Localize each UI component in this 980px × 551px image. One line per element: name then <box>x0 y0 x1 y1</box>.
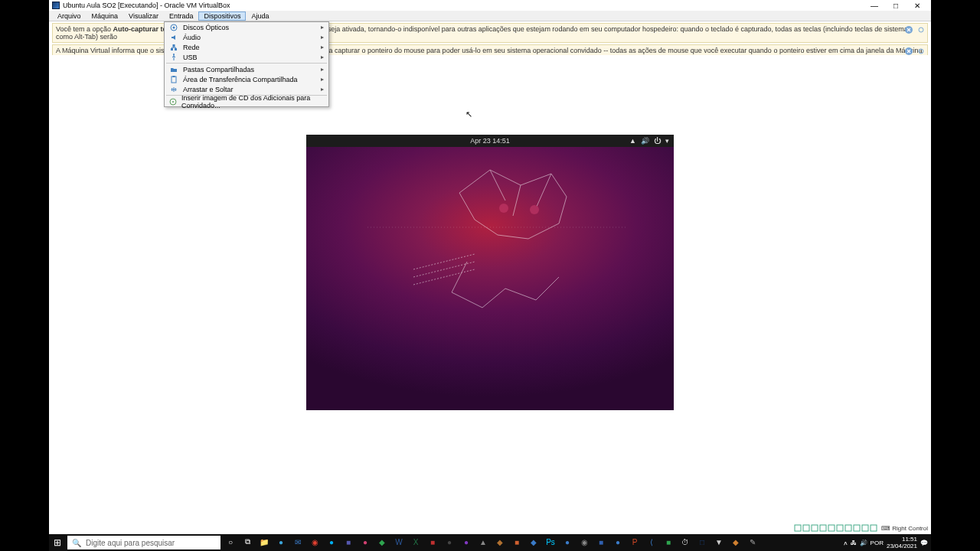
taskbar-app8-icon[interactable]: ■ <box>509 536 524 549</box>
status-audio-icon[interactable] <box>811 524 818 532</box>
status-net-icon[interactable] <box>819 524 827 532</box>
taskbar-obs-icon[interactable]: ◉ <box>577 536 592 549</box>
taskbar-app2-icon[interactable]: ◆ <box>374 536 390 549</box>
menu-item-arrastar-e-soltar[interactable]: Arrastar e Soltar▸ <box>165 84 328 94</box>
taskbar-excel-icon[interactable]: X <box>408 536 423 549</box>
svg-point-16 <box>173 26 175 28</box>
status-rec-icon[interactable] <box>861 524 869 532</box>
focal-fossa-art <box>368 155 628 338</box>
taskbar-word-icon[interactable]: W <box>391 536 407 549</box>
taskbar-app15-icon[interactable]: ▼ <box>711 536 727 549</box>
power-icon[interactable]: ⏻ <box>654 137 661 145</box>
volume-icon[interactable]: 🔊 <box>641 137 649 145</box>
svg-rect-9 <box>828 525 835 531</box>
submenu-arrow-icon: ▸ <box>321 34 324 41</box>
svg-rect-6 <box>803 525 809 531</box>
menu-item-discos-pticos[interactable]: Discos Ópticos▸ <box>165 22 328 32</box>
status-disc-icon[interactable] <box>802 524 810 532</box>
info-dismiss-icon[interactable] <box>904 25 913 34</box>
menu-item-pastas-compartilhadas[interactable]: Pastas Compartilhadas▸ <box>165 64 328 74</box>
ubuntu-topbar[interactable]: Apr 23 14:51 ▲ 🔊 ⏻ ▾ <box>306 135 674 147</box>
taskbar-vscode-icon[interactable]: ⟨ <box>644 536 659 549</box>
taskbar-app5-icon[interactable]: ● <box>459 536 474 549</box>
menu-arquivo[interactable]: Arquivo <box>52 12 87 20</box>
menubar[interactable]: ArquivoMáquinaVisualizarEntradaDispositi… <box>49 11 931 21</box>
windows-taskbar[interactable]: ⊞ 🔍 Digite aqui para pesquisar ○⧉📁●✉◉●■●… <box>49 534 931 551</box>
taskbar-cortana-icon[interactable]: ○ <box>223 536 238 549</box>
taskbar-app11-icon[interactable]: ■ <box>593 536 609 549</box>
menu-item-rede[interactable]: Rede▸ <box>165 42 328 52</box>
status-power-icon[interactable] <box>870 524 877 532</box>
taskbar-app10-icon[interactable]: ● <box>560 536 575 549</box>
ubuntu-clock[interactable]: Apr 23 14:51 <box>470 137 510 145</box>
info-link-icon[interactable] <box>916 25 926 34</box>
guest-display[interactable]: Apr 23 14:51 ▲ 🔊 ⏻ ▾ <box>306 135 674 410</box>
taskbar-app7-icon[interactable]: ◆ <box>492 536 508 549</box>
menu-dispositivos[interactable]: Dispositivos <box>198 11 246 21</box>
status-hd-icon[interactable] <box>794 524 802 532</box>
svg-rect-11 <box>845 525 851 531</box>
tray-clock[interactable]: 11:51 23/04/2021 <box>887 536 917 549</box>
taskbar-taskview-icon[interactable]: ⧉ <box>240 536 255 549</box>
taskbar-app13-icon[interactable]: ■ <box>661 536 676 549</box>
status-usb-icon[interactable] <box>828 524 835 532</box>
tray-network-icon[interactable]: 🖧 <box>851 540 857 546</box>
menu-item-inserir-imagem-de-cd-dos-adicionais-para-convidado[interactable]: Inserir imagem de CD dos Adicionais para… <box>165 96 328 106</box>
menu-item-rea-de-transfer-ncia-compartilhada[interactable]: Área de Transferência Compartilhada▸ <box>165 74 328 84</box>
dispositivos-menu[interactable]: Discos Ópticos▸Áudio▸Rede▸USB▸Pastas Com… <box>164 21 329 107</box>
tray-overflow-icon[interactable]: ᴧ <box>844 540 848 546</box>
taskbar-chrome-icon[interactable]: ◉ <box>307 536 322 549</box>
taskbar-app1-icon[interactable]: ● <box>358 536 373 549</box>
taskbar-app4-icon[interactable]: ● <box>442 536 457 549</box>
close-button[interactable]: ✕ <box>906 2 928 10</box>
ubuntu-tray[interactable]: ▲ 🔊 ⏻ ▾ <box>629 137 669 145</box>
status-cam-icon[interactable] <box>853 524 861 532</box>
menu-máquina[interactable]: Máquina <box>87 12 124 20</box>
status-clip-icon[interactable] <box>844 524 852 532</box>
status-folder-icon[interactable] <box>836 524 844 532</box>
submenu-arrow-icon: ▸ <box>321 76 324 83</box>
taskbar-skype-icon[interactable]: ● <box>324 536 339 549</box>
maximize-button[interactable]: □ <box>885 2 906 10</box>
network-icon[interactable]: ▲ <box>629 137 636 145</box>
disc-icon <box>169 24 178 31</box>
menu-ajuda[interactable]: Ajuda <box>246 12 274 20</box>
svg-rect-8 <box>820 525 826 531</box>
cd-insert-icon <box>169 98 177 106</box>
svg-rect-19 <box>173 44 175 47</box>
minimize-button[interactable]: — <box>864 2 885 10</box>
taskbar-edge-icon[interactable]: ● <box>273 536 289 549</box>
taskbar-app9-icon[interactable]: ◆ <box>526 536 541 549</box>
menu-item-udio[interactable]: Áudio▸ <box>165 32 328 42</box>
svg-rect-18 <box>175 48 177 51</box>
taskbar-apps[interactable]: ○⧉📁●✉◉●■●◆WX■●●▲◆■◆Ps●◉■●P⟨■⏱□▼◆✎ <box>222 534 761 551</box>
taskbar-app6-icon[interactable]: ▲ <box>475 536 491 549</box>
menu-item-usb[interactable]: USB▸ <box>165 52 328 62</box>
taskbar-photoshop-icon[interactable]: Ps <box>543 536 558 549</box>
menu-visualizar[interactable]: Visualizar <box>123 12 164 20</box>
start-button[interactable]: ⊞ <box>49 534 66 551</box>
usb-icon <box>169 54 178 61</box>
tray-notifications-icon[interactable]: 💬 <box>920 540 928 546</box>
menu-entrada[interactable]: Entrada <box>164 12 199 20</box>
submenu-arrow-icon: ▸ <box>321 44 324 51</box>
taskbar-powerpoint-icon[interactable]: P <box>627 536 642 549</box>
chevron-down-icon[interactable]: ▾ <box>665 137 669 145</box>
menu-item-label: Inserir imagem de CD dos Adicionais para… <box>181 94 324 109</box>
taskbar-explorer-icon[interactable]: 📁 <box>256 536 272 549</box>
system-tray[interactable]: ᴧ 🖧 🔊 POR 11:51 23/04/2021 💬 <box>844 534 931 551</box>
taskbar-app16-icon[interactable]: ◆ <box>728 536 743 549</box>
menu-item-label: Discos Ópticos <box>183 24 229 31</box>
tray-volume-icon[interactable]: 🔊 <box>860 540 867 546</box>
taskbar-app14-icon[interactable]: ⏱ <box>678 536 693 549</box>
host-key-icon: ⌨ <box>881 525 892 532</box>
tray-language[interactable]: POR <box>871 540 884 546</box>
taskbar-mail-icon[interactable]: ✉ <box>290 536 305 549</box>
search-box[interactable]: 🔍 Digite aqui para pesquisar <box>67 536 220 549</box>
taskbar-app3-icon[interactable]: ■ <box>425 536 440 549</box>
titlebar[interactable]: Ubuntu Aula SO2 [Executando] - Oracle VM… <box>49 0 931 11</box>
taskbar-teams-icon[interactable]: ■ <box>341 536 356 549</box>
taskbar-app12-icon[interactable]: ● <box>610 536 626 549</box>
taskbar-virtualbox-icon[interactable]: □ <box>694 536 710 549</box>
taskbar-app17-icon[interactable]: ✎ <box>745 536 760 549</box>
